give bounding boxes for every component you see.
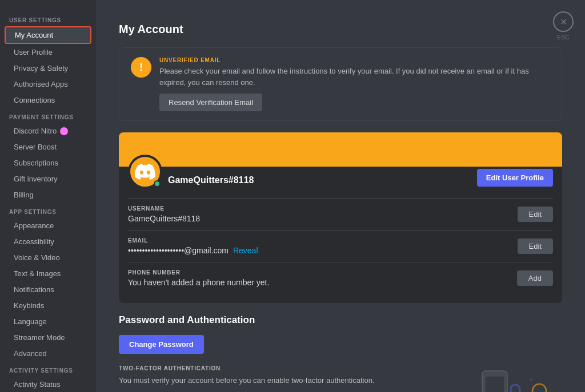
two-factor-illustration	[471, 365, 562, 392]
sidebar-item-label: Server Boost	[14, 143, 57, 151]
profile-banner	[119, 132, 562, 167]
username-row: USERNAME GameQuitters#8118 Edit	[128, 198, 553, 230]
sidebar-item-label: User Profile	[14, 48, 53, 56]
warning-icon: !	[131, 57, 151, 78]
two-factor-section: TWO-FACTOR AUTHENTICATION You must verif…	[119, 365, 562, 392]
user-settings-section-label: User Settings	[0, 11, 96, 26]
sidebar-item-label: Keybinds	[14, 301, 44, 310]
discord-logo-icon	[135, 161, 155, 182]
sidebar-item-discord-nitro[interactable]: Discord Nitro	[5, 123, 91, 139]
unverified-text: Please check your email and follow the i…	[159, 66, 550, 88]
unverified-content: UNVERIFIED EMAIL Please check your email…	[159, 57, 550, 111]
sidebar-item-accessibility[interactable]: Accessibility	[5, 234, 91, 249]
page-title: My Account	[119, 23, 562, 36]
edit-email-button[interactable]: Edit	[518, 239, 553, 254]
nitro-icon	[60, 127, 68, 135]
change-password-button[interactable]: Change Password	[119, 335, 204, 354]
sidebar-item-connections[interactable]: Connections	[5, 92, 91, 108]
payment-settings-section-label: Payment Settings	[0, 108, 96, 123]
sidebar-item-keybinds[interactable]: Keybinds	[5, 298, 91, 313]
sidebar-item-label: Connections	[14, 96, 55, 104]
unverified-email-banner: ! UNVERIFIED EMAIL Please check your ema…	[119, 47, 562, 121]
unverified-title: UNVERIFIED EMAIL	[159, 57, 550, 63]
esc-label: ESC	[557, 34, 570, 41]
phone-info: PHONE NUMBER You haven't added a phone n…	[128, 269, 269, 287]
sidebar-item-my-account[interactable]: My Account	[5, 26, 91, 44]
email-row: EMAIL ••••••••••••••••••••@gmail.com Rev…	[128, 230, 553, 262]
sidebar-item-server-boost[interactable]: Server Boost	[5, 139, 91, 155]
sidebar: User Settings My Account User Profile Pr…	[0, 0, 96, 392]
svg-point-9	[530, 378, 532, 381]
app-settings-section-label: App Settings	[0, 203, 96, 217]
esc-button-container: ✕ ESC	[553, 11, 574, 41]
sidebar-item-label: Streamer Mode	[14, 333, 65, 342]
sidebar-item-user-profile[interactable]: User Profile	[5, 45, 91, 60]
close-button[interactable]: ✕	[553, 11, 574, 32]
sidebar-item-voice-video[interactable]: Voice & Video	[5, 250, 91, 265]
sidebar-item-activity-status[interactable]: Activity Status	[5, 377, 91, 392]
avatar-wrap	[128, 155, 162, 189]
profile-username: GameQuitters#8118	[168, 175, 477, 189]
password-auth-title: Password and Authentication	[119, 314, 562, 326]
sidebar-item-notifications[interactable]: Notifications	[5, 282, 91, 297]
sidebar-item-gift-inventory[interactable]: Gift inventory	[5, 171, 91, 187]
two-factor-text: TWO-FACTOR AUTHENTICATION You must verif…	[119, 365, 459, 386]
svg-point-5	[532, 384, 546, 392]
username-value: GameQuitters#8118	[128, 214, 200, 223]
sidebar-item-language[interactable]: Language	[5, 314, 91, 329]
resend-verification-button[interactable]: Resend Verification Email	[159, 94, 262, 111]
edit-username-button[interactable]: Edit	[518, 207, 553, 222]
email-value: ••••••••••••••••••••@gmail.com Reveal	[128, 246, 258, 255]
two-factor-label: TWO-FACTOR AUTHENTICATION	[119, 365, 459, 371]
sidebar-item-label: Language	[14, 317, 47, 326]
username-label: USERNAME	[128, 205, 200, 212]
sidebar-item-streamer-mode[interactable]: Streamer Mode	[5, 330, 91, 345]
add-phone-button[interactable]: Add	[517, 270, 553, 286]
sidebar-item-label: Appearance	[14, 221, 54, 230]
sidebar-item-text-images[interactable]: Text & Images	[5, 266, 91, 281]
phone-label: PHONE NUMBER	[128, 269, 269, 276]
phone-row: PHONE NUMBER You haven't added a phone n…	[128, 262, 553, 294]
sidebar-item-label: Privacy & Safety	[14, 64, 68, 72]
sidebar-item-label: Gift inventory	[14, 175, 58, 183]
profile-body: GameQuitters#8118 Edit User Profile USER…	[119, 167, 562, 303]
sidebar-item-advanced[interactable]: Advanced	[5, 346, 91, 361]
sidebar-item-label: My Account	[15, 31, 53, 39]
sidebar-item-label: Voice & Video	[14, 253, 60, 262]
sidebar-item-privacy-safety[interactable]: Privacy & Safety	[5, 60, 91, 76]
edit-user-profile-button[interactable]: Edit User Profile	[477, 169, 553, 187]
sidebar-item-label: Advanced	[14, 349, 47, 358]
two-factor-description: You must verify your account before you …	[119, 375, 459, 386]
svg-rect-1	[486, 377, 504, 392]
sidebar-item-subscriptions[interactable]: Subscriptions	[5, 155, 91, 171]
sidebar-item-label: Notifications	[14, 285, 54, 294]
sidebar-item-billing[interactable]: Billing	[5, 187, 91, 203]
main-content: ✕ ESC My Account ! UNVERIFIED EMAIL Plea…	[96, 0, 585, 392]
sidebar-item-label: Discord Nitro	[14, 127, 57, 135]
online-status-dot	[154, 180, 161, 187]
profile-card: GameQuitters#8118 Edit User Profile USER…	[119, 132, 562, 303]
sidebar-item-label: Billing	[14, 191, 34, 199]
reveal-email-link[interactable]: Reveal	[233, 246, 258, 255]
email-info: EMAIL ••••••••••••••••••••@gmail.com Rev…	[128, 237, 258, 255]
sidebar-item-label: Accessibility	[14, 237, 54, 246]
sidebar-item-authorised-apps[interactable]: Authorised Apps	[5, 76, 91, 92]
phone-value: You haven't added a phone number yet.	[128, 278, 269, 287]
sidebar-item-appearance[interactable]: Appearance	[5, 218, 91, 233]
sidebar-item-label: Authorised Apps	[14, 80, 68, 88]
sidebar-item-label: Activity Status	[14, 380, 61, 389]
profile-header-row: GameQuitters#8118 Edit User Profile	[128, 167, 553, 189]
email-label: EMAIL	[128, 237, 258, 244]
sidebar-item-label: Subscriptions	[14, 159, 58, 167]
username-info: USERNAME GameQuitters#8118	[128, 205, 200, 223]
activity-settings-section-label: Activity Settings	[0, 362, 96, 376]
sidebar-item-label: Text & Images	[14, 269, 61, 278]
